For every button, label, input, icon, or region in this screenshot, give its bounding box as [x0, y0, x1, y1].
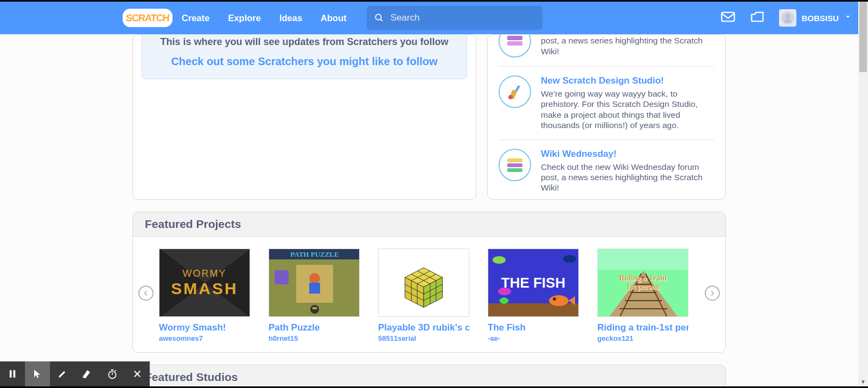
- section-title: Featured Projects: [145, 218, 713, 231]
- scroll-down-icon[interactable]: ▼: [858, 377, 868, 386]
- svg-rect-58: [14, 370, 16, 378]
- follow-heading: This is where you will see updates from …: [148, 36, 461, 48]
- project-thumb[interactable]: THE FISH: [488, 249, 579, 317]
- username: BOBSISU: [802, 14, 839, 23]
- svg-rect-5: [507, 36, 522, 40]
- user-menu[interactable]: BOBSISU: [779, 9, 852, 27]
- project-card: Riding a Train 1st person Riding a train…: [597, 249, 688, 342]
- svg-line-1: [380, 19, 382, 21]
- project-card: WORMY SMASH Wormy Smash! awesomnes7: [159, 249, 250, 342]
- scratch-logo[interactable]: SCRATCH: [123, 9, 173, 27]
- carousel-prev-button[interactable]: [138, 285, 154, 301]
- news-title-link[interactable]: Wiki Wednesday!: [541, 149, 714, 160]
- news-title-link[interactable]: New Scratch Design Studio!: [541, 75, 714, 86]
- news-item: Wiki Wednesday! Check out the new Wiki W…: [499, 139, 714, 200]
- logo-text: SCRATCH: [125, 12, 169, 24]
- news-stack-icon: [499, 34, 531, 58]
- nav-explore[interactable]: Explore: [219, 2, 270, 34]
- nav-ideas[interactable]: Ideas: [270, 2, 311, 34]
- highlighter-button[interactable]: [75, 361, 100, 386]
- scroll-thumb[interactable]: [859, 2, 867, 72]
- search-box[interactable]: [367, 6, 542, 30]
- svg-point-19: [309, 273, 320, 284]
- project-thumb[interactable]: PATH PUZZLE: [269, 249, 360, 317]
- project-card: Playable 3D rubik's cube 58511serial: [378, 249, 469, 342]
- page-content: This is where you will see updates from …: [0, 34, 858, 386]
- project-thumb[interactable]: WORMY SMASH: [159, 249, 250, 317]
- project-card: PATH PUZZLE Path Puzzle h0rnet15: [269, 249, 360, 342]
- news-text: Check out the new Wiki Wednesday forum p…: [541, 34, 714, 56]
- svg-point-41: [549, 295, 569, 306]
- project-thumb[interactable]: Riding a Train 1st person: [597, 249, 688, 317]
- svg-rect-10: [507, 168, 522, 172]
- project-author-link[interactable]: -ae-: [488, 334, 579, 342]
- news-stack-icon: [499, 149, 531, 181]
- svg-rect-23: [312, 307, 317, 309]
- stopwatch-button[interactable]: [100, 361, 125, 386]
- svg-rect-20: [309, 283, 320, 294]
- featured-carousel: WORMY SMASH Wormy Smash! awesomnes7 PATH…: [133, 237, 725, 352]
- svg-rect-57: [10, 370, 12, 378]
- search-input[interactable]: [391, 12, 535, 23]
- carousel-next-button[interactable]: [705, 285, 720, 301]
- section-title: Featured Studios: [145, 371, 713, 384]
- vertical-scrollbar[interactable]: ▲ ▼: [858, 2, 868, 386]
- svg-rect-40: [488, 303, 579, 317]
- follow-suggestion-link[interactable]: Check out some Scratchers you might like…: [148, 55, 461, 68]
- svg-rect-48: [598, 249, 688, 270]
- navbar: SCRATCH Create Explore Ideas About BOBSI…: [0, 2, 868, 34]
- svg-rect-2: [722, 12, 734, 21]
- featured-studios-header: Featured Studios: [132, 365, 726, 386]
- project-title-link[interactable]: The Fish: [488, 322, 579, 333]
- project-thumb[interactable]: [378, 249, 469, 317]
- svg-rect-8: [507, 158, 522, 162]
- svg-point-44: [563, 255, 576, 263]
- project-card: THE FISH The Fish -ae-: [488, 249, 579, 342]
- follow-panel: This is where you will see updates from …: [142, 34, 467, 79]
- whats-happening-box: This is where you will see updates from …: [132, 34, 476, 200]
- news-text: We're going way way wayyy back, to prehi…: [541, 88, 714, 131]
- nav-create[interactable]: Create: [173, 2, 219, 34]
- svg-text:PATH PUZZLE: PATH PUZZLE: [290, 250, 339, 258]
- svg-rect-9: [507, 163, 522, 167]
- svg-point-4: [785, 14, 790, 18]
- scratch-news-box: Check out the new Wiki Wednesday forum p…: [487, 34, 726, 200]
- svg-point-0: [375, 14, 381, 20]
- project-author-link[interactable]: 58511serial: [378, 334, 469, 342]
- close-button[interactable]: [125, 361, 150, 386]
- cursor-button[interactable]: [25, 361, 50, 386]
- project-title-link[interactable]: Riding a train-1st person: [597, 322, 688, 333]
- pencil-button[interactable]: [50, 361, 75, 386]
- project-author-link[interactable]: geckos121: [597, 334, 688, 342]
- mystuff-icon[interactable]: [750, 9, 765, 27]
- project-title-link[interactable]: Path Puzzle: [269, 322, 360, 333]
- section-header: Featured Projects: [133, 212, 725, 237]
- pause-button[interactable]: [0, 361, 25, 386]
- recording-toolbar: [0, 361, 150, 386]
- chevron-down-icon: [844, 13, 852, 23]
- svg-point-43: [553, 297, 556, 301]
- featured-projects-section: Featured Projects WORMY SMASH Wormy Smas…: [132, 212, 726, 353]
- project-author-link[interactable]: h0rnet15: [269, 334, 360, 342]
- news-text: Check out the new Wiki Wednesday forum p…: [541, 162, 714, 193]
- project-author-link[interactable]: awesomnes7: [159, 334, 250, 342]
- svg-point-46: [493, 256, 506, 264]
- svg-rect-6: [507, 41, 522, 46]
- news-item: Check out the new Wiki Wednesday forum p…: [499, 34, 714, 66]
- svg-line-62: [115, 370, 116, 371]
- svg-rect-21: [275, 270, 289, 284]
- nav-about[interactable]: About: [311, 2, 356, 34]
- search-icon: [374, 12, 384, 23]
- paint-brush-icon: [499, 75, 531, 108]
- project-title-link[interactable]: Playable 3D rubik's cube: [378, 322, 469, 333]
- messages-icon[interactable]: [720, 9, 736, 27]
- avatar: [779, 9, 796, 27]
- svg-point-7: [508, 95, 513, 99]
- project-title-link[interactable]: Wormy Smash!: [159, 322, 250, 333]
- news-item: New Scratch Design Studio! We're going w…: [499, 66, 714, 139]
